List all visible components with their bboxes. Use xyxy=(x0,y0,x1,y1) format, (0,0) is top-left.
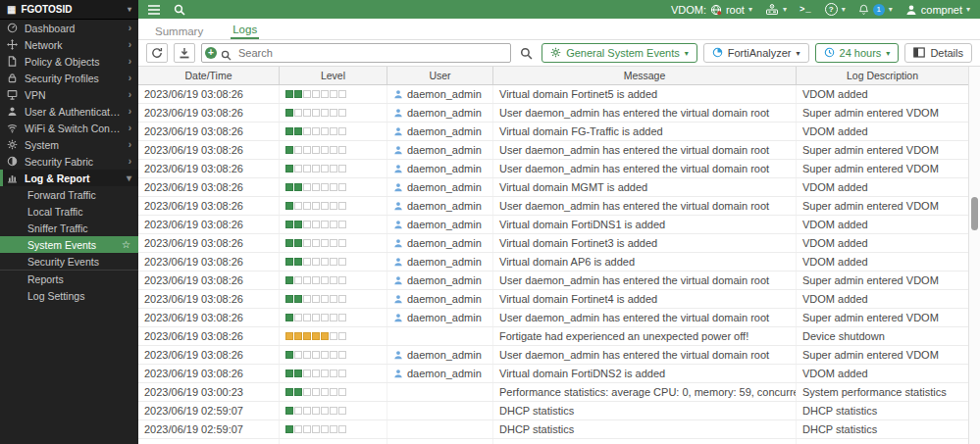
log-row[interactable]: 2023/06/19 03:08:26 Fortigate had experi… xyxy=(138,327,968,346)
user-icon xyxy=(393,89,403,99)
device-name: FGOTOSID xyxy=(21,4,72,15)
level-meter xyxy=(280,216,387,233)
log-row[interactable]: 2023/06/19 02:59:07 DHCP statistics DHCP… xyxy=(138,402,968,420)
log-row[interactable]: 2023/06/19 03:00:23 Performance statisti… xyxy=(138,383,968,402)
event-type-dropdown[interactable]: General System Events ▾ xyxy=(542,43,697,63)
download-button[interactable] xyxy=(174,43,195,63)
notifications-menu[interactable]: 1 ▾ xyxy=(858,4,893,16)
log-row[interactable]: 2023/06/19 03:08:26 daemon_admin User da… xyxy=(138,271,968,290)
cell-description: VDOM added xyxy=(797,85,968,103)
sidebar-item-wifi-switch-controller[interactable]: WiFi & Switch Controller› xyxy=(0,120,138,136)
global-search-icon[interactable] xyxy=(174,4,185,16)
chevron-right-icon: › xyxy=(129,139,131,150)
level-square xyxy=(321,258,329,266)
level-square xyxy=(294,388,302,396)
vdom-label: VDOM: xyxy=(671,4,706,16)
cell-message: Performance statistics: average CPU: 0, … xyxy=(493,439,797,444)
log-source-dropdown[interactable]: FortiAnalyzer ▾ xyxy=(703,43,809,63)
level-square xyxy=(338,314,346,321)
cell-message: User daemon_admin has entered the virtua… xyxy=(493,271,797,289)
level-meter xyxy=(280,85,387,103)
details-button[interactable]: Details xyxy=(904,43,972,63)
sidebar-item-user-authentication[interactable]: User & Authentication› xyxy=(0,103,138,120)
refresh-button[interactable] xyxy=(146,43,168,63)
help-menu[interactable]: ? ▾ xyxy=(825,3,846,16)
log-row[interactable]: 2023/06/19 03:08:26 daemon_admin Virtual… xyxy=(138,253,968,271)
level-square xyxy=(294,370,302,377)
sidebar-item-security-fabric[interactable]: Security Fabric› xyxy=(0,153,138,170)
column-header-message[interactable]: Message xyxy=(493,67,797,84)
cell-message: User daemon_admin has entered the virtua… xyxy=(493,197,797,215)
user-name: daemon_admin xyxy=(407,293,482,305)
level-square xyxy=(312,388,320,396)
cli-console-button[interactable]: >_ xyxy=(799,5,812,15)
user-menu[interactable]: compnet ▾ xyxy=(905,4,970,16)
network-icon xyxy=(7,39,18,50)
log-row[interactable]: 2023/06/19 03:08:26 daemon_admin Virtual… xyxy=(138,85,968,104)
log-row[interactable]: 2023/06/19 03:08:26 daemon_admin Virtual… xyxy=(138,178,968,197)
level-square xyxy=(294,165,302,173)
level-square xyxy=(321,351,329,359)
log-row[interactable]: 2023/06/19 03:08:26 daemon_admin User da… xyxy=(138,104,968,123)
level-square xyxy=(294,146,302,154)
search-submit-button[interactable] xyxy=(517,47,536,60)
sidebar-subitem-local-traffic[interactable]: Local Traffic xyxy=(0,203,138,220)
column-header-user[interactable]: User xyxy=(387,67,493,84)
add-filter-icon[interactable]: + xyxy=(205,47,217,59)
vdom-selector[interactable]: VDOM: root ▾ xyxy=(671,4,752,16)
log-source-caret-icon: ▾ xyxy=(797,49,800,58)
sidebar-item-log-report[interactable]: Log & Report▾ xyxy=(0,170,138,186)
column-header-level[interactable]: Level xyxy=(280,67,387,84)
favorite-star-icon[interactable]: ☆ xyxy=(122,239,130,250)
user-name: daemon_admin xyxy=(407,144,482,156)
cell-description: VDOM added xyxy=(797,290,968,308)
cell-user xyxy=(387,439,493,444)
tab-logs[interactable]: Logs xyxy=(231,21,259,39)
sidebar-subitem-log-settings[interactable]: Log Settings xyxy=(0,287,138,304)
log-row[interactable]: 2023/06/19 03:08:26 daemon_admin User da… xyxy=(138,346,968,365)
sidebar-subitem-sniffer-traffic[interactable]: Sniffer Traffic xyxy=(0,220,138,236)
log-row[interactable]: 2023/06/19 03:08:26 daemon_admin Virtual… xyxy=(138,216,968,234)
log-row[interactable]: 2023/06/19 02:55:24 Performance statisti… xyxy=(138,439,968,444)
level-square xyxy=(285,146,293,154)
log-row[interactable]: 2023/06/19 03:08:26 daemon_admin Virtual… xyxy=(138,290,968,309)
log-row[interactable]: 2023/06/19 03:08:26 daemon_admin Virtual… xyxy=(138,365,968,383)
scrollbar-thumb[interactable] xyxy=(971,197,978,230)
level-square xyxy=(294,90,302,98)
log-row[interactable]: 2023/06/19 03:08:26 daemon_admin Virtual… xyxy=(138,234,968,253)
log-row[interactable]: 2023/06/19 02:59:07 DHCP statistics DHCP… xyxy=(138,420,968,439)
sidebar-subitem-reports[interactable]: Reports xyxy=(0,271,138,287)
cell-message: Virtual domain FortiDNS2 is added xyxy=(493,365,797,382)
log-row[interactable]: 2023/06/19 03:08:26 daemon_admin User da… xyxy=(138,141,968,160)
user-icon xyxy=(393,350,403,360)
device-status-menu[interactable]: ▾ xyxy=(765,4,787,16)
log-row[interactable]: 2023/06/19 03:08:26 daemon_admin User da… xyxy=(138,197,968,216)
search-input[interactable] xyxy=(201,43,511,63)
chevron-right-icon: › xyxy=(129,106,131,117)
vertical-scrollbar[interactable] xyxy=(968,67,980,444)
cell-datetime: 2023/06/19 03:08:26 xyxy=(138,290,280,308)
sidebar-item-policy-objects[interactable]: Policy & Objects› xyxy=(0,53,138,70)
menu-collapse-button[interactable] xyxy=(148,5,160,15)
sidebar-item-network[interactable]: Network› xyxy=(0,36,138,53)
sidebar-subitem-system-events[interactable]: System Events☆ xyxy=(0,236,138,253)
level-square xyxy=(321,221,329,228)
sidebar-item-system[interactable]: System› xyxy=(0,136,138,153)
log-row[interactable]: 2023/06/19 03:08:26 daemon_admin User da… xyxy=(138,160,968,178)
device-selector[interactable]: ▦ FGOTOSID ▾ xyxy=(0,0,138,20)
column-header-date-time[interactable]: Date/Time xyxy=(138,67,280,84)
time-range-dropdown[interactable]: 24 hours ▾ xyxy=(815,43,900,63)
log-row[interactable]: 2023/06/19 03:08:26 daemon_admin Virtual… xyxy=(138,123,968,141)
sidebar-item-vpn[interactable]: VPN› xyxy=(0,86,138,103)
column-header-log-description[interactable]: Log Description xyxy=(797,67,968,84)
user-icon xyxy=(393,145,403,155)
level-square xyxy=(330,314,337,321)
sidebar-item-dashboard[interactable]: Dashboard› xyxy=(0,20,138,36)
cell-datetime: 2023/06/19 03:08:26 xyxy=(138,123,280,140)
log-row[interactable]: 2023/06/19 03:08:26 daemon_admin User da… xyxy=(138,309,968,327)
sidebar-subitem-security-events[interactable]: Security Events xyxy=(0,253,138,271)
sidebar-subitem-forward-traffic[interactable]: Forward Traffic xyxy=(0,186,138,203)
level-square xyxy=(338,276,346,284)
sidebar-item-security-profiles[interactable]: Security Profiles› xyxy=(0,70,138,86)
tab-summary[interactable]: Summary xyxy=(153,23,205,39)
